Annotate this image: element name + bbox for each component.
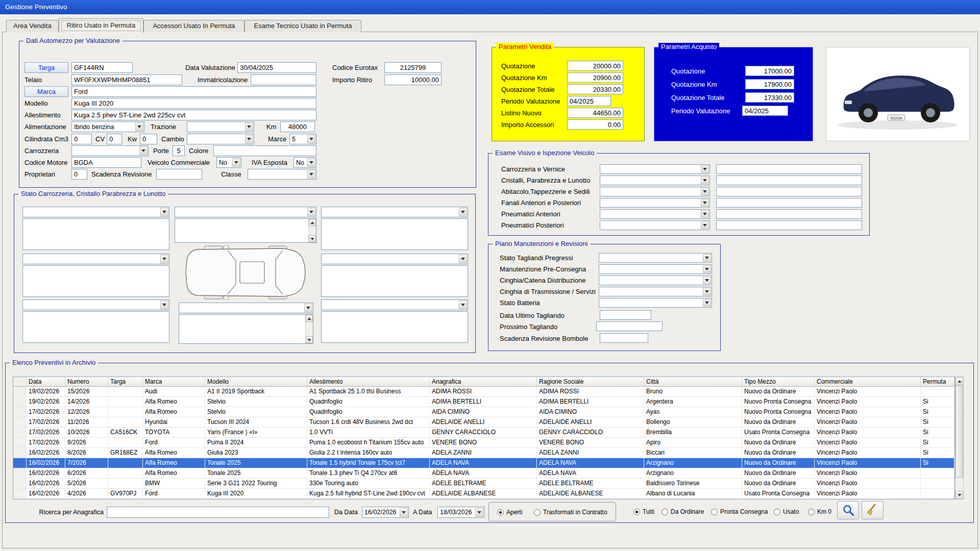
table-row[interactable]: 17/02/2026 12/2026 Alfa Romeo Stelvio Qu… bbox=[13, 407, 954, 417]
piano-row-select[interactable] bbox=[599, 276, 712, 285]
damage-notes-top[interactable] bbox=[175, 218, 316, 243]
importo-ritiro-input[interactable] bbox=[384, 74, 442, 85]
colore-input[interactable] bbox=[213, 145, 316, 156]
alimentazione-select[interactable]: Ibrido benzina bbox=[71, 121, 144, 132]
esame-row-input[interactable] bbox=[716, 209, 862, 219]
porte-input[interactable] bbox=[173, 145, 185, 156]
row-selector[interactable] bbox=[13, 438, 27, 447]
allestimento-input[interactable] bbox=[71, 110, 316, 120]
col-targa[interactable]: Targa bbox=[108, 377, 143, 386]
table-row[interactable]: 16/02/2026 7/2026 Alfa Romeo Tonale 2025… bbox=[13, 458, 954, 468]
da-data-select[interactable]: 16/02/2026 bbox=[362, 507, 409, 518]
tab-ritiro-usato[interactable]: Ritiro Usato in Permuta bbox=[59, 18, 143, 33]
reset-filters-button[interactable] bbox=[862, 501, 884, 519]
row-selector[interactable] bbox=[13, 407, 27, 417]
notes-scrollbar[interactable] bbox=[308, 219, 316, 242]
damage-notes-left-2[interactable] bbox=[22, 265, 169, 297]
scrollbar-thumb[interactable] bbox=[955, 386, 963, 478]
esame-row-select[interactable] bbox=[600, 164, 710, 174]
acquisto-quotazione-km-input[interactable] bbox=[745, 79, 794, 89]
damage-zone-select-right-2[interactable] bbox=[321, 254, 468, 264]
damage-notes-right-2[interactable] bbox=[321, 265, 468, 297]
col-allestimento[interactable]: Allestimento bbox=[307, 377, 430, 386]
esame-row-select[interactable] bbox=[600, 198, 710, 208]
esame-row-input[interactable] bbox=[716, 220, 862, 230]
row-selector[interactable] bbox=[13, 458, 27, 468]
data-ultimo-tagliando-input[interactable] bbox=[600, 310, 651, 320]
esame-row-input[interactable] bbox=[716, 198, 862, 208]
col-marca[interactable]: Marca bbox=[143, 377, 205, 386]
table-row[interactable]: 16/02/2026 8/2026 GR168EZ Alfa Romeo Giu… bbox=[13, 448, 954, 458]
marce-select[interactable]: 5 bbox=[289, 134, 316, 144]
tab-accessori-usato[interactable]: Accessori Usato In Permuta bbox=[143, 20, 244, 32]
esame-row-input[interactable] bbox=[716, 164, 862, 174]
cilindrata-input[interactable] bbox=[71, 134, 92, 144]
col-anagrafica[interactable]: Anagrafica bbox=[430, 377, 537, 386]
damage-notes-bottom[interactable] bbox=[179, 314, 313, 344]
vendita-quotazione-totale-input[interactable] bbox=[567, 84, 623, 94]
acquisto-periodo-input[interactable] bbox=[742, 106, 788, 116]
marca-button[interactable]: Marca bbox=[24, 86, 68, 97]
piano-row-select[interactable] bbox=[599, 298, 712, 308]
telaio-input[interactable] bbox=[71, 74, 182, 85]
radio-usato[interactable]: Usato bbox=[774, 507, 799, 517]
damage-zone-select-left-3[interactable] bbox=[22, 299, 169, 310]
damage-zone-select-right-1[interactable] bbox=[321, 207, 468, 217]
vendita-accessori-input[interactable] bbox=[567, 119, 623, 130]
damage-notes-left-3[interactable] bbox=[22, 311, 169, 343]
notes-scrollbar[interactable] bbox=[305, 315, 313, 343]
table-row[interactable]: 16/02/2026 4/2026 GV970PJ Ford Kuga III … bbox=[13, 489, 954, 499]
scroll-down-icon[interactable] bbox=[955, 491, 963, 499]
prossimo-tagliando-input[interactable] bbox=[596, 321, 663, 331]
esame-row-select[interactable] bbox=[600, 220, 710, 230]
table-row[interactable]: 16/02/2026 5/2026 BMW Serie 3 G21 2022 T… bbox=[13, 479, 954, 489]
piano-row-select[interactable] bbox=[599, 253, 712, 263]
classe-select[interactable] bbox=[248, 169, 316, 180]
damage-zone-select-left-1[interactable] bbox=[22, 207, 169, 217]
immatricolazione-input[interactable] bbox=[251, 74, 316, 85]
piano-row-select[interactable] bbox=[599, 264, 712, 274]
row-selector[interactable] bbox=[13, 479, 27, 488]
radio-da-ordinare[interactable]: Da Ordinare bbox=[662, 507, 704, 517]
col-permuta[interactable]: Permuta bbox=[921, 377, 954, 386]
col-ragione-sociale[interactable]: Ragione Sociale bbox=[537, 377, 644, 386]
col-modello[interactable]: Modello bbox=[205, 377, 307, 386]
km-input[interactable] bbox=[280, 121, 315, 132]
table-row[interactable]: 19/02/2026 14/2026 Alfa Romeo Stelvio Qu… bbox=[13, 397, 954, 407]
acquisto-quotazione-input[interactable] bbox=[745, 66, 794, 76]
table-row[interactable]: 19/02/2026 15/2026 Audi A1 II 2019 Sport… bbox=[13, 387, 954, 397]
vendita-quotazione-km-input[interactable] bbox=[567, 72, 623, 83]
acquisto-quotazione-totale-input[interactable] bbox=[745, 92, 794, 103]
esame-row-select[interactable] bbox=[600, 176, 710, 185]
row-selector[interactable] bbox=[13, 489, 27, 498]
targa-button[interactable]: Targa bbox=[24, 62, 68, 73]
radio-pronta-consegna[interactable]: Pronta Consegna bbox=[711, 507, 768, 517]
row-selector[interactable] bbox=[13, 468, 27, 478]
scroll-up-icon[interactable] bbox=[309, 219, 316, 226]
scroll-down-icon[interactable] bbox=[306, 336, 313, 343]
row-selector[interactable] bbox=[13, 417, 27, 427]
cv-input[interactable] bbox=[107, 134, 122, 144]
carrozzeria-select[interactable] bbox=[71, 145, 149, 156]
row-selector[interactable] bbox=[13, 448, 27, 458]
scroll-down-icon[interactable] bbox=[309, 235, 316, 242]
col-citta[interactable]: Città bbox=[644, 377, 742, 386]
targa-input[interactable] bbox=[71, 62, 133, 73]
scroll-up-icon[interactable] bbox=[955, 377, 963, 385]
radio-tutti[interactable]: Tutti bbox=[633, 507, 654, 517]
scadenza-bombole-input[interactable] bbox=[600, 333, 648, 343]
esame-row-input[interactable] bbox=[716, 176, 862, 185]
iva-esposta-select[interactable]: No bbox=[293, 157, 316, 168]
vendita-periodo-input[interactable] bbox=[567, 96, 611, 106]
damage-zone-select-right-3[interactable] bbox=[321, 299, 468, 310]
data-valutazione-input[interactable] bbox=[237, 62, 316, 73]
table-row[interactable]: 17/02/2026 10/2026 CA516CK TOYOTA Yaris … bbox=[13, 428, 954, 438]
col-data[interactable]: Data bbox=[27, 377, 65, 386]
row-selector[interactable] bbox=[13, 397, 27, 407]
ricerca-anagrafica-input[interactable] bbox=[107, 507, 329, 518]
row-selector[interactable] bbox=[13, 387, 27, 396]
a-data-select[interactable]: 18/03/2026 bbox=[437, 507, 484, 518]
cambio-select[interactable] bbox=[187, 134, 254, 144]
row-selector[interactable] bbox=[13, 428, 27, 437]
piano-row-select[interactable] bbox=[599, 287, 712, 296]
